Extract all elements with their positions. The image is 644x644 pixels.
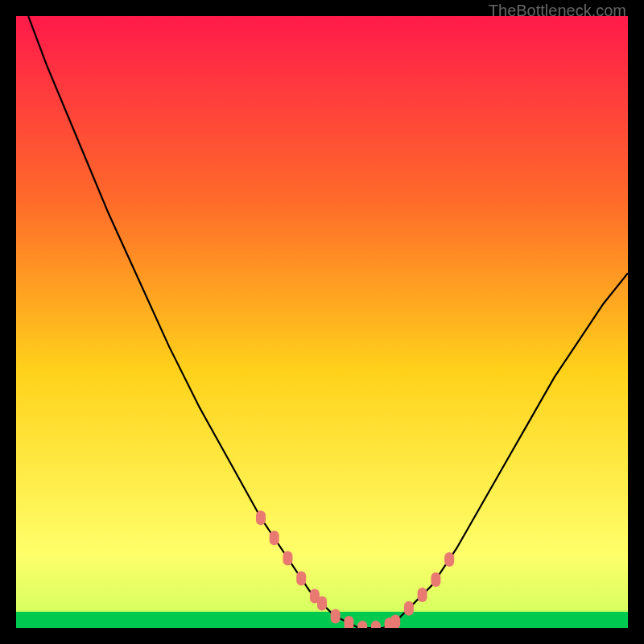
marker-dot xyxy=(296,571,306,585)
marker-dot xyxy=(256,510,266,525)
chart-frame xyxy=(16,16,628,628)
marker-dot xyxy=(418,588,427,602)
marker-dot xyxy=(270,530,279,545)
marker-dot xyxy=(444,552,454,567)
marker-dot xyxy=(283,551,292,565)
chart-svg xyxy=(16,16,628,628)
marker-dot xyxy=(317,597,327,611)
marker-dot xyxy=(404,601,414,616)
marker-dot xyxy=(331,609,341,624)
marker-dot xyxy=(344,616,353,628)
watermark-text: TheBottleneck.com xyxy=(489,2,626,20)
marker-dot xyxy=(390,614,400,628)
marker-dot xyxy=(431,572,440,587)
green-band xyxy=(16,612,628,628)
gradient-background xyxy=(16,16,628,628)
